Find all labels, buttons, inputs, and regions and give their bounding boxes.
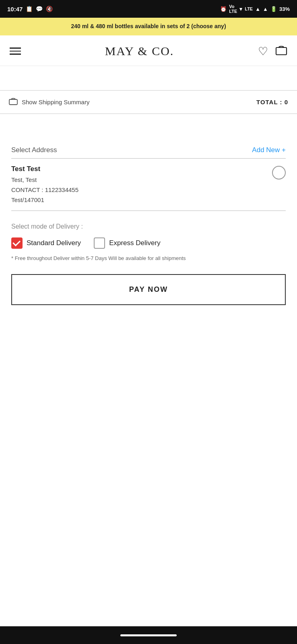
- delivery-options: Standard Delivery Express Delivery: [11, 237, 286, 249]
- announcement-banner: 240 ml & 480 ml bottles available in set…: [0, 18, 297, 35]
- cart-icon[interactable]: [275, 44, 287, 58]
- status-indicators: ⏰ VoLTE ▾ LTE ▲ ▲ 🔋 33%: [220, 4, 290, 14]
- clipboard-icon: 📋: [26, 6, 33, 12]
- address-divider: [11, 158, 286, 159]
- address-name: Test Test: [11, 165, 272, 173]
- lte-icon: LTE: [245, 6, 253, 11]
- menu-line-1: [10, 47, 21, 49]
- contact-prefix: CONTACT :: [11, 186, 45, 193]
- delivery-section-title: Select mode of Delivery :: [11, 223, 286, 230]
- status-time: 10:47 📋 💬 🔇: [7, 6, 53, 12]
- whatsapp-icon: 💬: [36, 6, 43, 12]
- address-select-radio[interactable]: [272, 166, 286, 180]
- show-shipping-label: Show Shipping Summary: [22, 99, 89, 105]
- express-delivery-label: Express Delivery: [109, 239, 161, 247]
- header-icons: ♡: [258, 44, 287, 58]
- brand-logo[interactable]: MAY & CO.: [105, 44, 174, 58]
- signal-icon: ▲: [255, 6, 260, 12]
- shipping-summary-bar[interactable]: Show Shipping Summary TOTAL : 0: [0, 90, 297, 114]
- address-line1: Test, Test: [11, 176, 272, 183]
- hamburger-menu-button[interactable]: [10, 47, 21, 55]
- alarm-icon: ⏰: [220, 6, 227, 12]
- content-spacer: [11, 114, 286, 142]
- pay-now-button[interactable]: PAY NOW: [11, 274, 286, 305]
- pay-now-container: PAY NOW: [11, 274, 286, 305]
- menu-line-3: [10, 54, 21, 55]
- express-delivery-checkbox[interactable]: [94, 237, 105, 249]
- add-new-address-button[interactable]: Add New +: [252, 146, 286, 154]
- total-display: TOTAL : 0: [256, 99, 288, 105]
- address-section-title: Select Address: [11, 146, 57, 154]
- show-shipping-summary[interactable]: Show Shipping Summary: [9, 97, 89, 107]
- address-info: Test Test Test, Test CONTACT : 112233445…: [11, 165, 272, 203]
- svg-rect-1: [9, 99, 17, 105]
- address-card: Test Test Test, Test CONTACT : 112233445…: [11, 165, 286, 211]
- wifi-icon: ▾: [239, 6, 242, 12]
- signal2-icon: ▲: [263, 6, 268, 12]
- delivery-section: Select mode of Delivery : Standard Deliv…: [11, 223, 286, 262]
- home-indicator[interactable]: [120, 634, 177, 636]
- svg-rect-0: [276, 47, 287, 55]
- battery-percent: 33%: [279, 6, 290, 12]
- time: 10:47: [7, 6, 23, 12]
- no-sound-icon: 🔇: [46, 6, 53, 12]
- address-contact: CONTACT : 1122334455: [11, 186, 272, 193]
- volte-icon: VoLTE: [229, 4, 237, 14]
- header-spacer: [0, 66, 297, 90]
- main-content: Select Address Add New + Test Test Test,…: [0, 114, 297, 305]
- address-pincode: Test/147001: [11, 196, 272, 203]
- contact-number: 1122334455: [45, 186, 78, 193]
- standard-delivery-option[interactable]: Standard Delivery: [11, 237, 81, 249]
- delivery-note: * Free throughout Deliver within 5-7 Day…: [11, 254, 286, 262]
- standard-delivery-label: Standard Delivery: [27, 239, 81, 247]
- menu-line-2: [10, 51, 21, 52]
- standard-delivery-checkbox[interactable]: [11, 237, 23, 249]
- header: MAY & CO. ♡: [0, 35, 297, 66]
- announcement-text: 240 ml & 480 ml bottles available in set…: [71, 23, 226, 29]
- bottom-navigation-bar: [0, 626, 297, 644]
- address-header: Select Address Add New +: [11, 142, 286, 154]
- battery-icon: 🔋: [270, 6, 277, 12]
- wishlist-icon[interactable]: ♡: [258, 45, 268, 58]
- shipping-cart-icon: [9, 97, 18, 107]
- express-delivery-option[interactable]: Express Delivery: [94, 237, 161, 249]
- status-bar: 10:47 📋 💬 🔇 ⏰ VoLTE ▾ LTE ▲ ▲ 🔋 33%: [0, 0, 297, 18]
